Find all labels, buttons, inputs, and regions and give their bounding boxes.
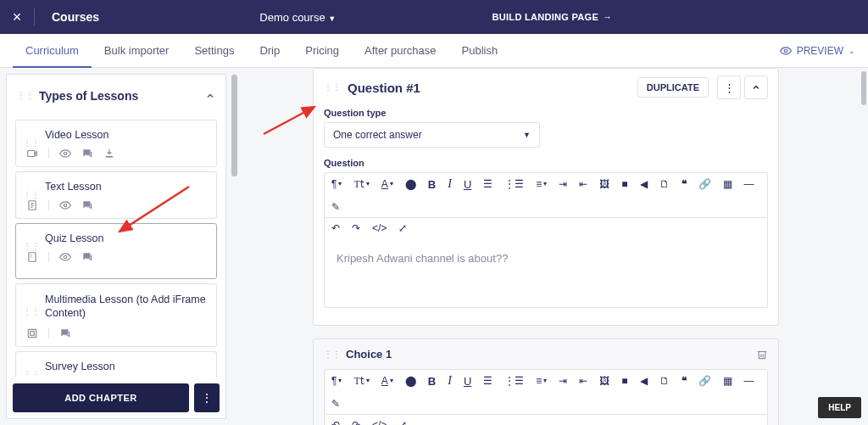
audio-icon[interactable]: ◀ <box>640 179 648 189</box>
code-icon[interactable]: </> <box>372 420 387 425</box>
drag-handle-icon[interactable]: ⋮⋮ <box>23 310 40 315</box>
tab-after-purchase[interactable]: After purchase <box>352 34 449 68</box>
image-icon[interactable]: 🖼 <box>599 376 609 386</box>
drag-handle-icon[interactable]: ⋮⋮ <box>17 93 34 98</box>
question-text-input[interactable]: Kripesh Adwani channel is about?? <box>325 238 767 307</box>
eye-icon[interactable] <box>59 148 71 159</box>
underline-icon[interactable]: U <box>464 179 471 190</box>
drag-handle-icon[interactable]: ⋮⋮ <box>324 352 341 357</box>
lesson-title: Multimedia Lesson (to Add iFrame Content… <box>26 293 206 321</box>
tab-curriculum[interactable]: Curriculum <box>13 34 92 68</box>
table-icon[interactable]: ▦ <box>723 376 732 386</box>
audio-icon[interactable]: ◀ <box>640 376 648 386</box>
hr-icon[interactable]: — <box>744 179 754 189</box>
drag-handle-icon[interactable]: ⋮⋮ <box>23 193 40 198</box>
close-button[interactable]: × <box>0 8 34 26</box>
numbered-list-icon[interactable]: ⋮☰ <box>504 179 524 189</box>
svg-rect-15 <box>31 331 35 335</box>
delete-icon[interactable] <box>756 349 768 361</box>
drag-handle-icon[interactable]: ⋮⋮ <box>23 372 40 377</box>
bold-icon[interactable]: B <box>428 179 436 190</box>
text-color-icon[interactable]: A▾ <box>381 376 393 386</box>
bullet-list-icon[interactable]: ☰ <box>483 376 492 386</box>
eye-icon[interactable] <box>59 199 71 211</box>
link-icon[interactable]: 🔗 <box>698 376 711 386</box>
build-landing-label: BUILD LANDING PAGE <box>492 12 599 22</box>
svg-point-13 <box>64 255 67 259</box>
help-button[interactable]: HELP <box>818 397 861 418</box>
outdent-icon[interactable]: ⇤ <box>579 376 587 386</box>
underline-icon[interactable]: U <box>464 376 471 387</box>
highlight-icon[interactable]: ⬤ <box>405 376 416 386</box>
course-selector[interactable]: Demo course ▼ <box>259 11 336 24</box>
quote-icon[interactable]: ❝ <box>682 179 687 189</box>
preview-button[interactable]: PREVIEW ⌄ <box>780 45 855 57</box>
comments-icon[interactable] <box>81 199 93 211</box>
bold-icon[interactable]: B <box>428 376 436 387</box>
link-icon[interactable]: 🔗 <box>698 179 711 189</box>
comments-icon[interactable] <box>81 148 93 159</box>
collapse-icon[interactable] <box>205 91 215 101</box>
file-icon[interactable]: 🗋 <box>659 376 670 386</box>
italic-icon[interactable]: I <box>448 178 452 190</box>
lesson-card-video[interactable]: ⋮⋮ Video Lesson <box>15 120 217 167</box>
lesson-card-multimedia[interactable]: ⋮⋮ Multimedia Lesson (to Add iFrame Cont… <box>15 283 217 347</box>
indent-icon[interactable]: ⇥ <box>559 376 567 386</box>
highlight-icon[interactable]: ⬤ <box>405 179 416 189</box>
drag-handle-icon[interactable]: ⋮⋮ <box>23 141 40 146</box>
redo-icon[interactable]: ↷ <box>352 223 360 233</box>
undo-icon[interactable]: ↶ <box>331 420 340 425</box>
align-icon[interactable]: ≡▾ <box>536 179 547 189</box>
text-size-icon[interactable]: T𝗍▾ <box>353 376 369 386</box>
expand-icon[interactable]: ⤢ <box>398 223 407 233</box>
indent-icon[interactable]: ⇥ <box>559 179 567 189</box>
code-icon[interactable]: </> <box>372 223 387 233</box>
text-type-icon <box>26 199 38 211</box>
comments-icon[interactable] <box>59 327 71 339</box>
download-icon[interactable] <box>103 148 115 159</box>
build-landing-button[interactable]: BUILD LANDING PAGE→ <box>480 12 868 22</box>
tab-settings[interactable]: Settings <box>181 34 247 68</box>
image-icon[interactable]: 🖼 <box>599 179 609 189</box>
outdent-icon[interactable]: ⇤ <box>579 179 587 189</box>
numbered-list-icon[interactable]: ⋮☰ <box>504 376 524 386</box>
text-color-icon[interactable]: A▾ <box>381 179 393 189</box>
undo-icon[interactable]: ↶ <box>331 223 340 233</box>
drag-handle-icon[interactable]: ⋮⋮ <box>324 85 341 90</box>
text-size-icon[interactable]: T𝗍▾ <box>353 179 369 189</box>
paragraph-icon[interactable]: ¶▾ <box>331 179 342 189</box>
collapse-icon[interactable] <box>744 75 768 99</box>
expand-icon[interactable]: ⤢ <box>398 420 407 425</box>
app-title: Courses <box>35 10 116 24</box>
content-scrollbar[interactable] <box>861 71 866 105</box>
tab-drip[interactable]: Drip <box>247 34 292 68</box>
add-chapter-button[interactable]: ADD CHAPTER <box>13 383 189 412</box>
hr-icon[interactable]: — <box>744 376 754 386</box>
video-icon[interactable]: ■ <box>621 376 627 386</box>
italic-icon[interactable]: I <box>448 375 452 387</box>
tab-pricing[interactable]: Pricing <box>292 34 352 68</box>
question-card: ⋮⋮ Question #1 DUPLICATE ⋮ Question type… <box>313 68 779 326</box>
redo-icon[interactable]: ↷ <box>352 420 360 425</box>
clear-format-icon[interactable]: ✎ <box>331 202 340 212</box>
annotation-arrow-icon <box>259 100 323 138</box>
more-icon[interactable]: ⋮ <box>717 75 741 99</box>
question-editor: ¶▾ T𝗍▾ A▾ ⬤ B I U ☰ ⋮☰ ≡▾ ⇥ ⇤ 🖼 ■ <box>324 172 768 308</box>
svg-rect-4 <box>106 156 113 158</box>
align-icon[interactable]: ≡▾ <box>536 376 547 386</box>
question-type-select[interactable]: One correct answer ▼ <box>324 122 540 148</box>
tab-publish[interactable]: Publish <box>449 34 511 68</box>
table-icon[interactable]: ▦ <box>723 179 732 189</box>
video-icon[interactable]: ■ <box>621 179 627 189</box>
paragraph-icon[interactable]: ¶▾ <box>331 376 342 386</box>
drag-handle-icon[interactable]: ⋮⋮ <box>23 244 40 249</box>
comments-icon[interactable] <box>81 251 93 263</box>
file-icon[interactable]: 🗋 <box>659 179 670 189</box>
bullet-list-icon[interactable]: ☰ <box>483 179 492 189</box>
clear-format-icon[interactable]: ✎ <box>331 399 340 409</box>
duplicate-button[interactable]: DUPLICATE <box>637 77 709 98</box>
tab-bulk-importer[interactable]: Bulk importer <box>92 34 182 68</box>
more-options-button[interactable]: ⋮ <box>194 383 220 412</box>
eye-icon[interactable] <box>59 251 71 263</box>
quote-icon[interactable]: ❝ <box>682 376 687 386</box>
